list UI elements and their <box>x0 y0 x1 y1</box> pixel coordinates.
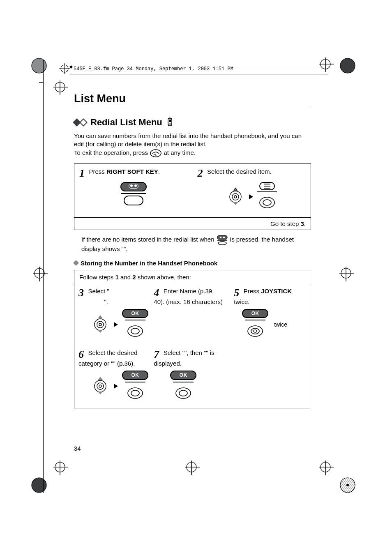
intro-line-2-post: at any time. <box>164 149 196 156</box>
twice-label: twice <box>274 321 287 328</box>
ok-key-icon: OK <box>242 309 268 340</box>
follow-steps-intro: Follow steps 1 and 2 shown above, then: <box>74 270 310 284</box>
svg-point-54 <box>95 319 106 330</box>
svg-rect-49 <box>217 235 227 240</box>
page-number: 34 <box>74 445 81 452</box>
intro-paragraph: You can save numbers from the redial lis… <box>74 132 310 158</box>
intro-line-2-pre: To exit the operation, press <box>74 149 150 156</box>
svg-point-66 <box>99 385 101 387</box>
svg-point-62 <box>251 328 259 334</box>
svg-point-43 <box>234 196 237 198</box>
step-number-4: 4 <box>154 287 159 299</box>
right-soft-key-small-icon <box>216 235 228 245</box>
svg-point-40 <box>154 154 154 154</box>
corner-mark-bottom-left <box>31 477 53 501</box>
step-4-cell: 4 Enter Name (p.39, 40). (max. 16 charac… <box>150 284 230 346</box>
arrow-right-icon <box>249 194 253 199</box>
svg-point-18 <box>346 484 349 486</box>
svg-point-63 <box>254 330 257 332</box>
step-5-text: Press JOYSTICK twice. <box>234 288 292 305</box>
svg-point-53 <box>218 242 226 245</box>
step-2-icons <box>198 180 306 212</box>
joystick-updown-icon <box>91 376 110 396</box>
svg-point-39 <box>150 150 161 157</box>
menu-select-key-icon <box>257 182 277 212</box>
svg-point-69 <box>128 388 143 398</box>
joystick-updown-icon <box>91 314 110 335</box>
svg-point-70 <box>131 390 139 396</box>
hang-up-key-icon <box>150 149 162 158</box>
arrow-right-icon <box>114 384 118 389</box>
steps-3-7-box: Follow steps 1 and 2 shown above, then: … <box>74 270 310 408</box>
section-rule <box>74 107 310 107</box>
svg-marker-68 <box>98 391 103 394</box>
step-number-2: 2 <box>198 167 203 179</box>
svg-point-64 <box>95 380 106 392</box>
step-number-7: 7 <box>154 348 159 360</box>
svg-rect-36 <box>169 120 171 122</box>
corner-mark-top-left <box>31 58 47 74</box>
crosshair-mid-left <box>33 267 49 285</box>
svg-point-56 <box>99 323 101 326</box>
step-7-text: Select "", then "" is displayed. <box>154 349 214 367</box>
svg-point-51 <box>223 236 224 238</box>
step-6-text: Select the desired category or "" (p.36)… <box>78 349 138 367</box>
step-5-icons: OK twice <box>234 307 306 340</box>
sub-procedure-heading: Storing the Number in the Handset Phoneb… <box>74 260 310 267</box>
svg-point-71 <box>176 388 191 398</box>
svg-marker-34 <box>69 65 73 69</box>
step-number-3: 3 <box>78 287 84 299</box>
svg-point-60 <box>131 328 139 334</box>
step-number-5: 5 <box>234 287 239 299</box>
svg-point-61 <box>248 326 263 336</box>
step-3-cell: 3 Select " ". <box>74 284 150 346</box>
step-7-icons: OK <box>154 369 226 402</box>
step-2-text: Select the desired item. <box>207 168 272 175</box>
crosshair-top-right <box>319 58 335 76</box>
small-diamond-icon <box>73 260 79 266</box>
redial-empty-note: If there are no items stored in the redi… <box>74 235 310 253</box>
steps-1-2-box: 1 Press RIGHT SOFT KEY. 2 Select the des… <box>74 164 311 230</box>
page-content: List Menu Redial List Menu You can save … <box>74 92 310 408</box>
svg-marker-58 <box>98 330 103 333</box>
handset-icon <box>166 117 174 128</box>
crosshair-top-left <box>53 81 70 99</box>
step-7-cell: 7 Select "", then "" is displayed. OK <box>150 346 230 408</box>
ok-key-icon: OK <box>170 371 196 402</box>
step-6-cell: 6 Select the desired category or "" (p.3… <box>74 346 150 408</box>
section-title: List Menu <box>74 92 310 105</box>
step-5-cell: 5 Press JOYSTICK twice. OK <box>230 284 310 346</box>
right-soft-key-icon <box>120 182 147 205</box>
sub-title: Redial List Menu <box>90 117 162 128</box>
sub-heading: Redial List Menu <box>74 117 310 128</box>
ok-key-icon: OK <box>122 309 148 340</box>
goto-step-3-row: Go to step 3. <box>74 217 311 230</box>
intro-line-1: You can save numbers from the redial lis… <box>74 132 302 147</box>
svg-point-42 <box>232 193 239 200</box>
svg-point-41 <box>230 191 241 203</box>
step-number-6: 6 <box>78 348 84 360</box>
step-6-icons: OK <box>78 369 145 402</box>
diamond-bullets-icon <box>74 120 86 125</box>
crosshair-bottom-left <box>53 461 70 479</box>
step-3-icons: OK <box>78 307 145 340</box>
crosshair-bottom-right <box>319 461 335 479</box>
svg-point-48 <box>263 200 271 205</box>
fm-header-text: 545E_E_03.fm Page 34 Monday, September 1… <box>72 66 235 72</box>
fm-header-line-bottom <box>70 74 328 74</box>
corner-mark-top-right <box>339 58 362 81</box>
svg-point-65 <box>97 383 104 389</box>
sub-procedure-title: Storing the Number in the Handset Phoneb… <box>81 260 217 267</box>
svg-marker-45 <box>233 202 238 205</box>
step-2-cell: 2 Select the desired item. <box>193 164 311 217</box>
trim-tick-tl <box>39 82 43 83</box>
crosshair-bottom-center <box>185 461 201 479</box>
crosshair-mid-right <box>339 267 356 285</box>
step-1-text: Press RIGHT SOFT KEY. <box>89 168 160 175</box>
svg-point-59 <box>128 326 143 336</box>
step-4-text: Enter Name (p.39, 40). (max. 16 characte… <box>154 288 223 305</box>
step-number-1: 1 <box>79 167 85 179</box>
svg-point-50 <box>219 236 221 238</box>
step-1-icons <box>79 180 188 205</box>
corner-mark-bottom-right <box>339 477 362 501</box>
